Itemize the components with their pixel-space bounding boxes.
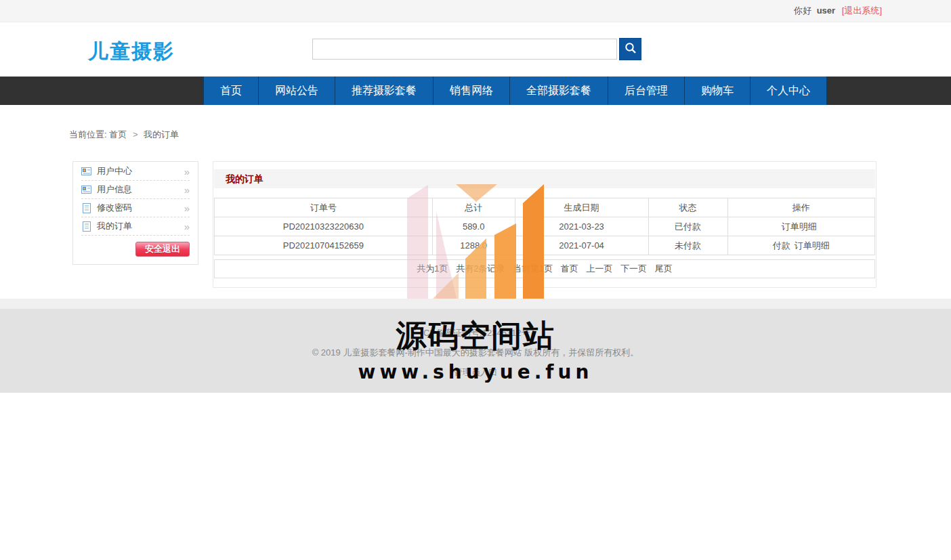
site-logo: 儿童摄影	[88, 38, 175, 66]
nav-item-cart[interactable]: 购物车	[685, 77, 751, 105]
table-row: PD20210704152659 1288.0 2021-07-04 未付款 付…	[215, 236, 875, 255]
search-icon	[624, 41, 637, 58]
topbar: 你好 user [退出系统]	[0, 0, 951, 22]
pagination-page-count: 共为1页	[417, 263, 448, 274]
order-no-cell: PD20210323220630	[215, 217, 433, 236]
pay-link[interactable]: 付款	[773, 240, 790, 251]
footer-top-strip	[0, 299, 951, 309]
orders-table: 订单号 总计 生成日期 状态 操作 PD20210323220630 589.0…	[214, 198, 875, 255]
user-card-icon	[81, 185, 92, 194]
sidebar-item-label: 我的订单	[97, 220, 132, 232]
date-cell: 2021-07-04	[515, 236, 648, 255]
sidebar-item-label: 用户中心	[97, 165, 132, 177]
status-cell: 已付款	[648, 217, 727, 236]
pagination-next-link[interactable]: 下一页	[620, 263, 647, 274]
col-header-actions: 操作	[727, 198, 874, 217]
sidebar-item-change-password[interactable]: 修改密码 »	[81, 199, 190, 217]
actions-cell: 付款订单明细	[727, 236, 874, 255]
footer-copyright-text: © 2019 儿童摄影套餐网-制作中国最大的摄影套餐网站 版权所有，并保留所有权…	[0, 347, 951, 359]
col-header-date: 生成日期	[515, 198, 648, 217]
order-no-cell: PD20210704152659	[215, 236, 433, 255]
chevron-right-icon: »	[184, 185, 190, 195]
orders-panel: 我的订单 订单号 总计 生成日期 状态 操作 PD20210323220630 …	[213, 161, 876, 288]
panel-title-bar: 我的订单	[214, 169, 875, 188]
search-button[interactable]	[619, 38, 641, 60]
total-cell: 589.0	[432, 217, 515, 236]
nav-item-sales-network[interactable]: 销售网络	[434, 77, 510, 105]
table-row: PD20210323220630 589.0 2021-03-23 已付款 订单…	[215, 217, 875, 236]
breadcrumb: 当前位置: 首页 > 我的订单	[69, 129, 179, 141]
pagination-current: 当前第1页	[513, 263, 553, 274]
sidebar-item-label: 用户信息	[97, 184, 132, 196]
chevron-right-icon: »	[184, 221, 190, 232]
nav-item-all-packages[interactable]: 全部摄影套餐	[510, 77, 608, 105]
footer: ICP备案证书号:12345312号 © 2019 儿童摄影套餐网-制作中国最大…	[0, 299, 951, 393]
order-detail-link[interactable]: 订单明细	[782, 221, 817, 232]
sidebar-item-user-info[interactable]: 用户信息 »	[81, 181, 190, 199]
username-text: user	[817, 5, 835, 16]
panel-title: 我的订单	[226, 173, 263, 184]
user-card-icon	[81, 167, 92, 176]
date-cell: 2021-03-23	[515, 217, 648, 236]
chevron-right-icon: »	[184, 203, 190, 213]
document-icon	[81, 221, 92, 231]
breadcrumb-home-link[interactable]: 首页	[109, 129, 127, 139]
user-sidebar: 用户中心 » 用户信息 »	[72, 161, 198, 265]
pagination-last-link[interactable]: 尾页	[655, 263, 673, 274]
main-nav: 首页 网站公告 推荐摄影套餐 销售网络 全部摄影套餐 后台管理 购物车 个人中心	[0, 77, 951, 105]
safe-logout-button[interactable]: 安全退出	[135, 242, 190, 257]
breadcrumb-current: 我的订单	[144, 129, 179, 139]
status-cell: 未付款	[648, 236, 727, 255]
table-header-row: 订单号 总计 生成日期 状态 操作	[215, 198, 875, 217]
col-header-status: 状态	[648, 198, 727, 217]
order-detail-link[interactable]: 订单明细	[795, 240, 830, 251]
breadcrumb-separator: >	[133, 129, 138, 139]
page: 你好 user [退出系统] 儿童摄影	[0, 0, 951, 560]
nav-item-recommended-packages[interactable]: 推荐摄影套餐	[335, 77, 434, 105]
nav-item-announcements[interactable]: 网站公告	[259, 77, 335, 105]
search-input[interactable]	[312, 39, 617, 60]
nav-item-admin[interactable]: 后台管理	[608, 77, 685, 105]
col-header-total: 总计	[432, 198, 515, 217]
greeting-text: 你好	[794, 5, 811, 16]
actions-cell: 订单明细	[727, 217, 874, 236]
sidebar-item-user-center[interactable]: 用户中心 »	[81, 163, 190, 181]
pagination-first-link[interactable]: 首页	[561, 263, 578, 274]
nav-item-home[interactable]: 首页	[203, 77, 259, 105]
total-cell: 1288.0	[432, 236, 515, 255]
sidebar-item-my-orders[interactable]: 我的订单 »	[81, 217, 190, 236]
sidebar-item-label: 修改密码	[97, 202, 132, 214]
logout-system-link[interactable]: [退出系统]	[842, 5, 882, 16]
document-icon	[81, 203, 92, 213]
pagination-prev-link[interactable]: 上一页	[586, 263, 612, 274]
footer-icp-text: ICP备案证书号:12345312号	[0, 327, 951, 339]
col-header-order-no: 订单号	[215, 198, 433, 217]
pagination: 共为1页 共有2条记录 当前第1页 首页 上一页 下一页 尾页	[214, 259, 875, 278]
pagination-record-count: 共有2条记录	[456, 263, 505, 274]
search-bar	[312, 38, 641, 60]
chevron-right-icon: »	[184, 167, 190, 177]
breadcrumb-label: 当前位置:	[69, 129, 107, 139]
admin-entrance-link[interactable]: 管理员入口	[454, 367, 498, 377]
header: 儿童摄影	[0, 22, 951, 77]
nav-item-profile[interactable]: 个人中心	[751, 77, 827, 105]
